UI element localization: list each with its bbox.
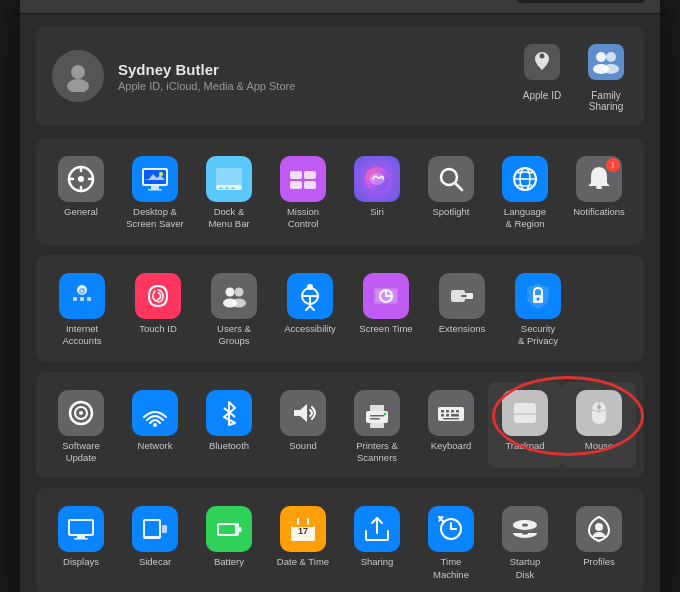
profile-name: Sydney Butler xyxy=(118,61,520,78)
apple-id-icon xyxy=(520,40,564,84)
svg-rect-74 xyxy=(441,414,444,417)
date-time-icon: 17 xyxy=(280,506,326,552)
sidecar-item[interactable]: Sidecar xyxy=(118,498,192,585)
notifications-item[interactable]: ! Notifications xyxy=(562,148,636,235)
date-time-label: Date & Time xyxy=(277,556,329,568)
accessibility-icon xyxy=(287,273,333,319)
svg-rect-39 xyxy=(87,297,91,301)
bluetooth-item[interactable]: Bluetooth xyxy=(192,382,266,469)
svg-point-44 xyxy=(232,298,246,307)
dock-menubar-item[interactable]: Dock &Menu Bar xyxy=(192,148,266,235)
battery-icon xyxy=(206,506,252,552)
network-item[interactable]: Network xyxy=(118,382,192,469)
svg-point-41 xyxy=(226,287,235,296)
svg-point-6 xyxy=(606,52,616,62)
section-4-row: Displays Sidecar xyxy=(44,498,636,585)
accessibility-item[interactable]: Accessibility xyxy=(272,265,348,352)
keyboard-label: Keyboard xyxy=(431,440,472,452)
sidecar-label: Sidecar xyxy=(139,556,171,568)
keyboard-icon xyxy=(428,390,474,436)
users-groups-label: Users &Groups xyxy=(217,323,251,348)
siri-icon xyxy=(354,156,400,202)
security-privacy-icon xyxy=(515,273,561,319)
sidecar-icon xyxy=(132,506,178,552)
printers-scanners-label: Printers &Scanners xyxy=(356,440,398,465)
svg-text:17: 17 xyxy=(298,526,308,536)
trackpad-item[interactable]: Trackpad xyxy=(488,382,562,469)
search-box[interactable]: 🔍 xyxy=(516,0,646,3)
siri-label: Siri xyxy=(370,206,384,218)
svg-rect-89 xyxy=(162,525,167,533)
apple-id-item[interactable]: Apple ID xyxy=(520,40,564,112)
svg-rect-66 xyxy=(370,405,384,411)
svg-rect-67 xyxy=(370,423,384,428)
svg-rect-85 xyxy=(74,538,88,540)
printers-scanners-item[interactable]: Printers &Scanners xyxy=(340,382,414,469)
svg-rect-24 xyxy=(231,188,235,190)
startup-disk-icon xyxy=(502,506,548,552)
time-machine-item[interactable]: TimeMachine xyxy=(414,498,488,585)
forward-button[interactable]: › xyxy=(113,0,126,2)
family-sharing-item[interactable]: FamilySharing xyxy=(584,40,628,112)
startup-disk-item[interactable]: StartupDisk xyxy=(488,498,562,585)
language-region-item[interactable]: Language& Region xyxy=(488,148,562,235)
svg-rect-27 xyxy=(290,181,302,189)
svg-point-10 xyxy=(78,176,84,182)
siri-item[interactable]: Siri xyxy=(340,148,414,235)
screen-time-item[interactable]: Screen Time xyxy=(348,265,424,352)
trackpad-label: Trackpad xyxy=(505,440,544,452)
battery-item[interactable]: Battery xyxy=(192,498,266,585)
software-update-item[interactable]: SoftwareUpdate xyxy=(44,382,118,469)
family-sharing-label: FamilySharing xyxy=(589,90,623,112)
date-time-item[interactable]: 17 Date & Time xyxy=(266,498,340,585)
titlebar: ‹ › ⠿ System Preferences 🔍 xyxy=(20,0,660,14)
profiles-icon xyxy=(576,506,622,552)
mouse-item[interactable]: Mouse xyxy=(562,382,636,469)
avatar xyxy=(52,50,104,102)
family-sharing-icon xyxy=(584,40,628,84)
displays-item[interactable]: Displays xyxy=(44,498,118,585)
svg-rect-73 xyxy=(456,410,459,413)
network-icon xyxy=(132,390,178,436)
internet-accounts-item[interactable]: @ InternetAccounts xyxy=(44,265,120,352)
svg-rect-17 xyxy=(151,186,159,189)
printers-scanners-icon xyxy=(354,390,400,436)
security-privacy-item[interactable]: Security& Privacy xyxy=(500,265,576,352)
notifications-label: Notifications xyxy=(573,206,625,218)
content-area: Sydney Butler Apple ID, iCloud, Media & … xyxy=(20,14,660,592)
profile-subtitle: Apple ID, iCloud, Media & App Store xyxy=(118,80,520,92)
svg-point-3 xyxy=(540,54,545,59)
profile-section[interactable]: Sydney Butler Apple ID, iCloud, Media & … xyxy=(36,26,644,126)
svg-rect-84 xyxy=(77,536,85,538)
svg-point-68 xyxy=(384,412,387,415)
touch-id-item[interactable]: Touch ID xyxy=(120,265,196,352)
section-1-row: General Desktop &Screen S xyxy=(44,148,636,235)
sharing-item[interactable]: Sharing xyxy=(340,498,414,585)
back-button[interactable]: ‹ xyxy=(98,0,111,2)
general-label: General xyxy=(64,206,98,218)
svg-rect-78 xyxy=(514,403,536,423)
language-region-label: Language& Region xyxy=(504,206,546,231)
sharing-icon xyxy=(354,506,400,552)
desktop-screensaver-icon xyxy=(132,156,178,202)
section-4: Displays Sidecar xyxy=(36,488,644,592)
svg-text:@: @ xyxy=(78,287,85,294)
mission-control-item[interactable]: MissionControl xyxy=(266,148,340,235)
extensions-item[interactable]: Extensions xyxy=(424,265,500,352)
grid-view-icon[interactable]: ⠿ xyxy=(137,0,149,2)
network-label: Network xyxy=(138,440,173,452)
svg-rect-64 xyxy=(370,415,384,417)
mission-control-label: MissionControl xyxy=(287,206,319,231)
sound-item[interactable]: Sound xyxy=(266,382,340,469)
svg-rect-4 xyxy=(588,44,624,80)
desktop-screensaver-item[interactable]: Desktop &Screen Saver xyxy=(118,148,192,235)
general-item[interactable]: General xyxy=(44,148,118,235)
svg-rect-92 xyxy=(219,525,235,534)
users-groups-item[interactable]: Users &Groups xyxy=(196,265,272,352)
spotlight-item[interactable]: Spotlight xyxy=(414,148,488,235)
security-privacy-label: Security& Privacy xyxy=(518,323,558,348)
profiles-item[interactable]: Profiles xyxy=(562,498,636,585)
keyboard-item[interactable]: Keyboard xyxy=(414,382,488,469)
svg-point-1 xyxy=(67,79,89,92)
svg-point-0 xyxy=(71,65,85,79)
